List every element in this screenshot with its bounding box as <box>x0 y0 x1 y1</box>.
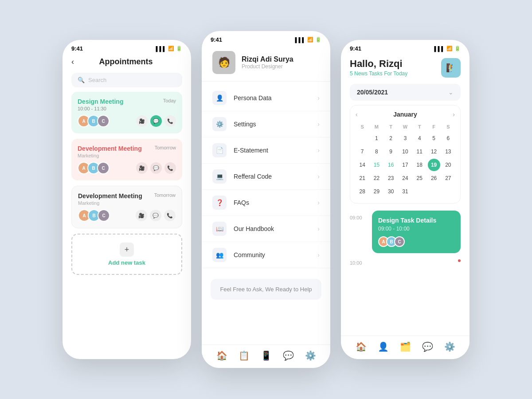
nav-home-middle[interactable]: 🏠 <box>216 350 227 361</box>
nav-home-right[interactable]: 🏠 <box>356 341 367 352</box>
cal-day-31[interactable]: 31 <box>399 185 411 198</box>
status-icons-middle: ▌▌▌ 📶 🔋 <box>295 37 321 43</box>
apt-card-2[interactable]: Development Meeting Tomorrow Marketing A… <box>71 139 182 180</box>
cal-day-13[interactable]: 13 <box>442 145 454 158</box>
date-dropdown[interactable]: 20/05/2021 ⌄ <box>350 84 461 101</box>
cal-day-24[interactable]: 24 <box>399 172 411 184</box>
cal-day-7[interactable]: 7 <box>356 145 368 158</box>
cal-day-5[interactable]: 5 <box>428 132 440 145</box>
task-card-title: Design Task Details <box>378 217 454 224</box>
chat-btn-3[interactable]: 💬 <box>150 210 161 221</box>
cal-day-26[interactable]: 26 <box>428 172 440 184</box>
status-bar-right: 9:41 ▌▌▌ 📶 🔋 <box>341 40 469 54</box>
cal-day-2[interactable]: 2 <box>385 132 397 145</box>
back-header: ‹ Appointments <box>63 54 191 68</box>
chevron-faqs: › <box>317 199 320 206</box>
cal-day-20[interactable]: 20 <box>442 159 454 171</box>
apt-card-1[interactable]: Design Meeting Today 10:00 - 11:30 A B C… <box>71 92 182 133</box>
cal-day-10[interactable]: 10 <box>399 145 411 158</box>
chat-btn-2[interactable]: 💬 <box>150 162 162 174</box>
apt-title-2: Development Meeting <box>78 145 142 152</box>
profile-role: Product Designer <box>242 63 293 70</box>
signal-icon: ▌▌▌ <box>156 46 166 51</box>
call-btn-2[interactable]: 📞 <box>164 162 176 174</box>
cal-prev-btn[interactable]: ‹ <box>356 111 358 118</box>
cal-next-btn[interactable]: › <box>453 111 455 118</box>
cal-day-17[interactable]: 17 <box>399 159 411 171</box>
nav-profile-right[interactable]: 👤 <box>378 341 389 352</box>
nav-files-right[interactable]: 🗂️ <box>400 341 411 352</box>
cal-day-1[interactable]: 1 <box>370 132 383 145</box>
menu-item-estatement[interactable]: 📄 E-Statement › <box>202 137 330 164</box>
cal-day-23[interactable]: 23 <box>385 172 397 184</box>
search-bar[interactable]: 🔍 Search <box>71 73 182 87</box>
cal-header-f: F <box>427 122 440 131</box>
cal-day-27[interactable]: 27 <box>442 172 454 184</box>
phone-right: 9:41 ▌▌▌ 📶 🔋 Hallo, Rizqi 5 News Tasks F… <box>341 40 469 359</box>
nav-chat-middle[interactable]: 💬 <box>283 350 294 361</box>
cal-day-3[interactable]: 3 <box>399 132 411 145</box>
apt-card-3[interactable]: Development Meeting Tomorrow Marketing A… <box>71 186 182 228</box>
cal-day-22[interactable]: 22 <box>370 172 383 184</box>
menu-item-persona[interactable]: 👤 Persona Data › <box>202 85 330 111</box>
menu-item-handbook[interactable]: 📖 Our Handbook › <box>202 216 330 242</box>
persona-icon: 👤 <box>212 91 227 105</box>
page-title-appointments: Appointments <box>78 57 174 66</box>
back-button[interactable]: ‹ <box>71 57 74 66</box>
nav-app-middle[interactable]: 📱 <box>261 350 272 361</box>
cal-day-29[interactable]: 29 <box>370 185 383 198</box>
call-btn-1[interactable]: 📞 <box>164 115 176 127</box>
cal-day-11[interactable]: 11 <box>413 145 426 158</box>
cal-header-w: W <box>399 122 412 131</box>
cal-day-9[interactable]: 9 <box>385 145 397 158</box>
help-text: Feel Free to Ask, We Ready to Help <box>220 286 312 293</box>
cal-day-14[interactable]: 14 <box>356 159 368 171</box>
video-btn-1[interactable]: 🎥 <box>136 115 148 127</box>
task-avatars: A B C <box>378 236 454 247</box>
signal-icon-r: ▌▌▌ <box>434 46 445 51</box>
cal-day-25[interactable]: 25 <box>413 172 426 184</box>
wifi-icon: 📶 <box>168 46 174 51</box>
nav-settings-middle[interactable]: ⚙️ <box>305 350 316 361</box>
menu-item-faqs[interactable]: ❓ FAQs › <box>202 190 330 216</box>
cal-day-6[interactable]: 6 <box>442 132 454 145</box>
menu-item-settings[interactable]: ⚙️ Settings › <box>202 111 330 137</box>
cal-day-4[interactable]: 4 <box>413 132 426 145</box>
cal-day-8[interactable]: 8 <box>370 145 383 158</box>
time-label-end: 10:00 <box>350 256 368 266</box>
cal-day-19[interactable]: 19 <box>428 159 440 171</box>
video-btn-3[interactable]: 🎥 <box>136 210 147 221</box>
task-card-teal[interactable]: Design Task Details 09:00 - 10:00 A B C <box>372 211 461 253</box>
nav-settings-right[interactable]: ⚙️ <box>444 341 455 352</box>
profile-name: Rizqi Adi Surya <box>242 55 293 63</box>
menu-label-persona: Persona Data <box>234 94 310 102</box>
dropdown-arrow-icon: ⌄ <box>448 89 454 96</box>
menu-label-handbook: Our Handbook <box>234 225 310 232</box>
cal-day-15[interactable]: 15 <box>370 159 383 171</box>
cal-day-empty-1 <box>356 132 368 145</box>
wifi-icon-m: 📶 <box>307 37 313 43</box>
menu-item-community[interactable]: 👥 Community › <box>202 242 330 268</box>
avatar-3: C <box>97 115 110 127</box>
settings-icon: ⚙️ <box>212 117 227 131</box>
cal-day-28[interactable]: 28 <box>356 185 368 198</box>
apt-badge-3: Tomorrow <box>154 192 176 198</box>
cal-header-t2: T <box>413 122 426 131</box>
cal-day-30[interactable]: 30 <box>385 185 397 198</box>
help-banner[interactable]: Feel Free to Ask, We Ready to Help <box>211 279 321 300</box>
status-icons-left: ▌▌▌ 📶 🔋 <box>156 46 182 51</box>
video-btn-2[interactable]: 🎥 <box>136 162 148 174</box>
menu-item-referral[interactable]: 💻 Refferal Code › <box>202 164 330 190</box>
add-task-box[interactable]: + Add new task <box>71 234 182 275</box>
cal-day-empty-2 <box>413 185 426 198</box>
chat-btn-1[interactable]: 💬 <box>150 115 162 127</box>
nav-chat-right[interactable]: 💬 <box>422 341 433 352</box>
cal-day-18[interactable]: 18 <box>413 159 426 171</box>
nav-docs-middle[interactable]: 📋 <box>239 350 250 361</box>
apt-actions-1: 🎥 💬 📞 <box>136 115 176 127</box>
calendar-box: ‹ January › S M T W T F S 1 2 3 4 5 6 <box>350 105 461 203</box>
cal-day-12[interactable]: 12 <box>428 145 440 158</box>
cal-day-21[interactable]: 21 <box>356 172 368 184</box>
call-btn-3[interactable]: 📞 <box>164 210 176 221</box>
cal-day-16[interactable]: 16 <box>385 159 397 171</box>
